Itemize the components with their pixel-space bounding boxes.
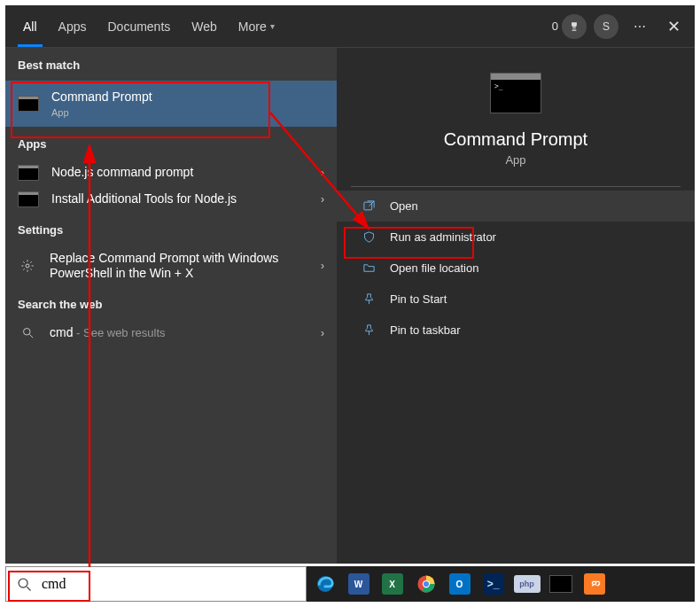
folder-icon — [360, 261, 377, 275]
taskbar-edge-icon[interactable] — [311, 571, 339, 597]
svg-rect-3 — [363, 202, 371, 210]
action-open-location[interactable]: Open file location — [337, 253, 695, 284]
section-best-match: Best match — [5, 48, 337, 81]
rewards-count: 0 — [552, 19, 558, 33]
taskbar-php-icon[interactable]: php — [514, 575, 541, 593]
action-pin-taskbar[interactable]: Pin to taskbar — [337, 315, 695, 346]
taskbar-powershell-icon[interactable]: >_ — [483, 573, 504, 595]
result-title: cmd - See web results — [50, 325, 314, 341]
more-options-icon[interactable]: ⋯ — [626, 12, 654, 41]
tab-more[interactable]: More▾ — [228, 5, 285, 47]
taskbar: W X O >_ php ဢ — [307, 566, 695, 602]
result-title: Replace Command Prompt with Windows Powe… — [50, 251, 314, 282]
pin-icon — [360, 292, 377, 306]
taskbar-excel-icon[interactable]: X — [382, 573, 403, 595]
cmd-icon — [18, 165, 39, 181]
result-title: Install Additional Tools for Node.js — [51, 191, 314, 207]
svg-line-2 — [29, 334, 33, 338]
result-web-cmd[interactable]: cmd - See web results › — [5, 320, 337, 346]
svg-point-9 — [423, 581, 428, 587]
result-install-node-tools[interactable]: Install Additional Tools for Node.js › — [5, 186, 337, 213]
preview-subtitle: App — [337, 153, 695, 167]
action-run-admin[interactable]: Run as administrator — [337, 222, 695, 253]
gear-icon — [18, 258, 37, 274]
tab-web[interactable]: Web — [181, 5, 228, 47]
result-subtitle: App — [51, 107, 324, 118]
preview-column: Command Prompt App Open Run as administr… — [337, 48, 695, 564]
result-command-prompt[interactable]: Command Prompt App — [5, 81, 337, 127]
chevron-right-icon: › — [321, 193, 324, 206]
result-title: Node.js command prompt — [51, 165, 314, 181]
chevron-right-icon: › — [321, 260, 324, 272]
taskbar-outlook-icon[interactable]: O — [449, 573, 471, 595]
taskbar-chrome-icon[interactable] — [412, 571, 440, 597]
result-replace-cmd-powershell[interactable]: Replace Command Prompt with Windows Powe… — [5, 245, 337, 287]
search-tabs: All Apps Documents Web More▾ 0 S ⋯ ✕ — [5, 5, 695, 48]
tab-apps[interactable]: Apps — [48, 5, 97, 47]
close-icon[interactable]: ✕ — [659, 12, 688, 41]
open-icon — [360, 199, 377, 213]
user-avatar[interactable]: S — [592, 12, 620, 41]
taskbar-xampp-icon[interactable]: ဢ — [584, 573, 605, 595]
taskbar-word-icon[interactable]: W — [348, 573, 369, 595]
tab-documents[interactable]: Documents — [97, 5, 181, 47]
chevron-right-icon: › — [321, 167, 324, 179]
section-apps: Apps — [5, 127, 337, 160]
pin-icon — [360, 323, 377, 337]
divider — [351, 186, 681, 187]
preview-app-icon — [490, 73, 541, 113]
svg-point-4 — [19, 579, 27, 588]
chevron-down-icon: ▾ — [270, 21, 275, 31]
action-open[interactable]: Open — [337, 191, 695, 222]
action-pin-start[interactable]: Pin to Start — [337, 284, 695, 315]
svg-point-1 — [23, 329, 30, 336]
windows-search-panel: All Apps Documents Web More▾ 0 S ⋯ ✕ Bes… — [5, 5, 695, 564]
chevron-right-icon: › — [321, 327, 324, 339]
search-icon — [6, 577, 42, 592]
results-column: Best match Command Prompt App Apps Node.… — [5, 48, 337, 564]
taskbar-terminal-icon[interactable] — [549, 575, 572, 593]
preview-title: Command Prompt — [337, 129, 695, 150]
cmd-icon — [18, 96, 39, 112]
cmd-icon — [18, 191, 39, 207]
result-nodejs-prompt[interactable]: Node.js command prompt › — [5, 160, 337, 186]
search-input[interactable] — [42, 576, 306, 592]
trophy-icon[interactable] — [562, 14, 587, 39]
search-input-container — [5, 566, 307, 602]
result-title: Command Prompt — [51, 89, 324, 105]
svg-line-5 — [27, 587, 30, 590]
search-icon — [18, 325, 37, 341]
tab-all[interactable]: All — [12, 5, 48, 47]
svg-point-0 — [26, 264, 29, 268]
shield-icon — [360, 230, 377, 244]
section-web: Search the web — [5, 287, 337, 320]
section-settings: Settings — [5, 213, 337, 245]
